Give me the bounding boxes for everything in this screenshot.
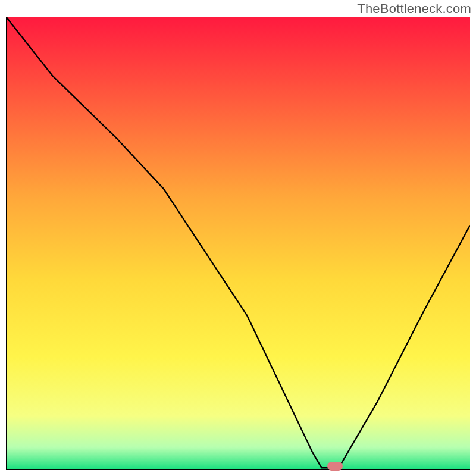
gradient-background <box>6 17 470 470</box>
attribution-label: TheBottleneck.com <box>357 1 471 17</box>
plot-area <box>6 17 470 470</box>
chart-svg <box>6 17 470 470</box>
chart-container: TheBottleneck.com <box>0 0 476 476</box>
optimal-point-marker <box>327 462 343 471</box>
